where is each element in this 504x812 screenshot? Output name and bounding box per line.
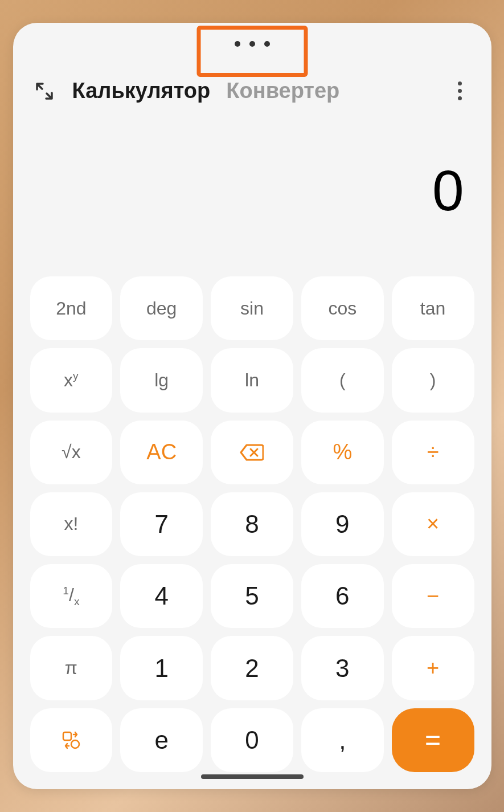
key-comma[interactable]: , [301,708,384,772]
key-backspace[interactable] [211,421,293,484]
tab-calculator[interactable]: Калькулятор [70,74,213,108]
expand-button[interactable] [30,77,59,105]
drag-handle[interactable] [13,23,491,57]
key-lparen[interactable]: ( [301,348,384,412]
keypad: 2nd deg sin cos tan xy lg ln ( ) √x AC %… [13,267,491,789]
key-plus[interactable]: + [392,636,474,700]
key-8[interactable]: 8 [211,492,293,556]
key-ln[interactable]: ln [211,348,293,412]
key-sin[interactable]: sin [211,276,293,340]
more-icon-dot [458,81,462,85]
key-4[interactable]: 4 [120,564,203,628]
switch-icon [60,729,83,752]
display-value: 0 [432,158,464,223]
backspace-icon [240,444,264,461]
handle-dot [249,41,255,47]
key-equals[interactable]: = [392,708,474,772]
key-cos[interactable]: cos [301,276,384,340]
key-pi[interactable]: π [30,636,113,700]
key-divide[interactable]: ÷ [392,421,474,484]
calculator-window: Калькулятор Конвертер 0 2nd deg sin cos … [13,23,491,789]
key-2nd[interactable]: 2nd [30,276,113,340]
header: Калькулятор Конвертер [13,57,491,113]
svg-point-1 [71,740,79,748]
key-percent[interactable]: % [301,421,384,484]
key-power[interactable]: xy [30,348,113,412]
key-tan[interactable]: tan [392,276,474,340]
key-3[interactable]: 3 [301,636,384,700]
more-button[interactable] [446,77,474,105]
key-1[interactable]: 1 [120,636,203,700]
key-factorial[interactable]: x! [30,492,113,556]
key-minus[interactable]: − [392,564,474,628]
key-6[interactable]: 6 [301,564,384,628]
key-0[interactable]: 0 [211,708,293,772]
key-rparen[interactable]: ) [392,348,474,412]
expand-icon [35,81,54,101]
key-5[interactable]: 5 [211,564,293,628]
key-ac[interactable]: AC [120,421,203,484]
key-lg[interactable]: lg [120,348,203,412]
key-inverse[interactable]: 1/x [30,564,113,628]
key-7[interactable]: 7 [120,492,203,556]
key-9[interactable]: 9 [301,492,384,556]
handle-dot [235,41,240,47]
key-toggle[interactable] [30,708,113,772]
display: 0 [13,113,491,267]
tab-converter[interactable]: Конвертер [224,74,342,108]
key-2[interactable]: 2 [211,636,293,700]
key-sqrt[interactable]: √x [30,421,113,484]
key-e[interactable]: e [120,708,203,772]
key-multiply[interactable]: × [392,492,474,556]
handle-dot [264,41,270,47]
gesture-bar[interactable] [201,774,304,779]
key-deg[interactable]: deg [120,276,203,340]
more-icon-dot [458,96,462,100]
more-icon-dot [458,89,462,93]
svg-rect-0 [63,732,71,740]
